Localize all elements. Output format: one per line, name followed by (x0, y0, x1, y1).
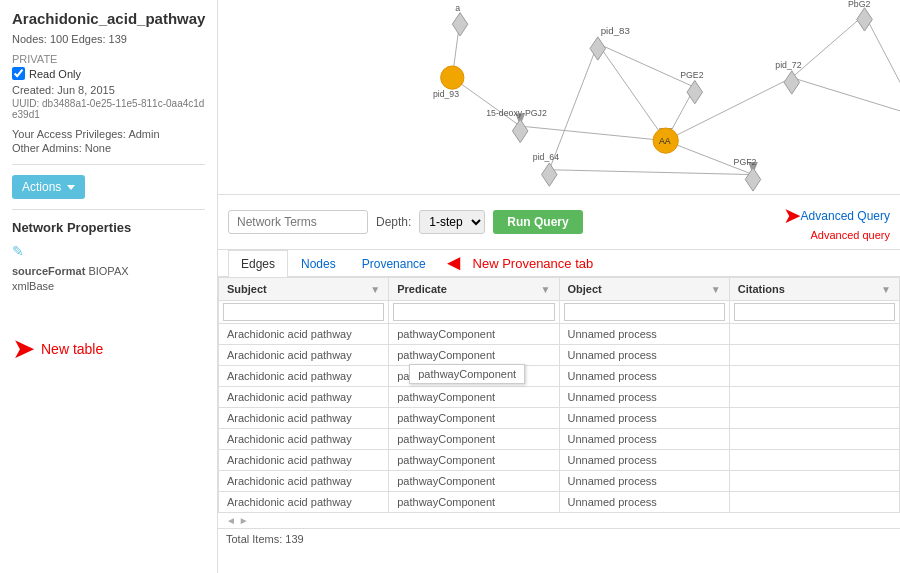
advanced-query-text: Advanced query (811, 229, 891, 241)
page-title: Arachidonic_acid_pathway (12, 10, 205, 27)
svg-text:PGE2: PGE2 (680, 70, 703, 80)
predicate-filter-input[interactable] (393, 303, 554, 321)
table-cell: pathwayComponent (389, 429, 559, 450)
readonly-checkbox-row: Read Only (12, 67, 205, 80)
predicate-sort-icon[interactable]: ▼ (541, 284, 551, 295)
table-cell (729, 387, 899, 408)
table-container[interactable]: Subject ▼ Predicate ▼ Ob (218, 277, 900, 573)
source-format-row: sourceFormat BIOPAX (12, 265, 205, 277)
svg-text:AA: AA (659, 136, 671, 146)
tab-nodes[interactable]: Nodes (288, 250, 349, 277)
table-cell (729, 366, 899, 387)
svg-rect-0 (229, 0, 889, 194)
new-table-annotation: ➤ New table (12, 332, 205, 365)
table-cell (729, 408, 899, 429)
tab-edges[interactable]: Edges (228, 250, 288, 277)
svg-text:a: a (455, 3, 460, 13)
table-row: Arachidonic acid pathwaypathwayComponent… (219, 450, 900, 471)
table-row: Arachidonic acid pathwaypathwayComponent… (219, 324, 900, 345)
readonly-label: Read Only (29, 68, 81, 80)
actions-label: Actions (22, 180, 61, 194)
table-cell: Arachidonic acid pathway (219, 366, 389, 387)
new-table-label: New table (41, 341, 103, 357)
edit-icon[interactable]: ✎ (12, 243, 205, 259)
table-cell: Arachidonic acid pathway (219, 429, 389, 450)
table-cell (729, 492, 899, 513)
caret-icon (67, 185, 75, 190)
svg-text:pid_64: pid_64 (533, 152, 559, 162)
filter-row (219, 301, 900, 324)
svg-text:PbG2: PbG2 (848, 0, 870, 9)
table-body: Arachidonic acid pathwaypathwayComponent… (219, 324, 900, 513)
svg-text:PGF2: PGF2 (734, 157, 757, 167)
scroll-hint: ◄ ► (218, 513, 900, 528)
tooltip-box: pathwayComponent (409, 364, 525, 384)
col-object: Object ▼ (559, 278, 729, 301)
network-terms-input[interactable] (228, 210, 368, 234)
privileges-value: Admin (128, 128, 159, 140)
table-cell: Unnamed process (559, 345, 729, 366)
run-query-button[interactable]: Run Query (493, 210, 582, 234)
advanced-query-link[interactable]: Advanced Query (801, 209, 890, 223)
table-cell: Arachidonic acid pathway (219, 450, 389, 471)
created-label: Created: (12, 84, 54, 96)
object-sort-icon[interactable]: ▼ (711, 284, 721, 295)
svg-text:15-deoxy-PGJ2: 15-deoxy-PGJ2 (486, 108, 547, 118)
table-cell: pathwayComponentpathwayComponent (389, 366, 559, 387)
svg-text:pid_72: pid_72 (775, 60, 801, 70)
table-row: Arachidonic acid pathwaypathwayComponent… (219, 429, 900, 450)
subject-sort-icon[interactable]: ▼ (370, 284, 380, 295)
table-cell (729, 429, 899, 450)
table-cell: Unnamed process (559, 429, 729, 450)
table-cell: Arachidonic acid pathway (219, 324, 389, 345)
table-cell: pathwayComponent (389, 345, 559, 366)
admins-value: None (85, 142, 111, 154)
depth-select[interactable]: 1-step 2-step 3-step (419, 210, 485, 234)
table-row: Arachidonic acid pathwaypathwayComponent… (219, 387, 900, 408)
created-row: Created: Jun 8, 2015 (12, 84, 205, 96)
citations-sort-icon[interactable]: ▼ (881, 284, 891, 295)
table-cell: Arachidonic acid pathway (219, 345, 389, 366)
subject-filter-input[interactable] (223, 303, 384, 321)
table-row: Arachidonic acid pathwaypathwayComponent… (219, 492, 900, 513)
table-cell: Arachidonic acid pathway (219, 492, 389, 513)
table-row: Arachidonic acid pathwaypathwayComponent… (219, 366, 900, 387)
table-cell (729, 345, 899, 366)
col-citations: Citations ▼ (729, 278, 899, 301)
table-row: Arachidonic acid pathwaypathwayComponent… (219, 471, 900, 492)
divider (12, 164, 205, 165)
network-properties-title: Network Properties (12, 220, 205, 235)
object-filter-input[interactable] (564, 303, 725, 321)
query-bar: Depth: 1-step 2-step 3-step Run Query ➤ … (218, 195, 900, 250)
table-cell: Unnamed process (559, 408, 729, 429)
nodes-edges-meta: Nodes: 100 Edges: 139 (12, 33, 205, 45)
new-table-arrow-icon: ➤ (12, 332, 35, 365)
advanced-query-arrow-icon: ➤ (783, 203, 801, 229)
privileges-row: Your Access Privileges: Admin (12, 128, 205, 140)
source-format-label: sourceFormat (12, 265, 85, 277)
advanced-query-area: ➤ Advanced Query Advanced query (783, 203, 890, 241)
tab-provenance[interactable]: Provenance (349, 250, 439, 277)
graph-area: pid_83 pid_93 15-deoxy-PGJ2 PGE2 pid_72 … (218, 0, 900, 195)
actions-button[interactable]: Actions (12, 175, 85, 199)
admins-label: Other Admins: (12, 142, 82, 154)
table-row: Arachidonic acid pathwaypathwayComponent… (219, 408, 900, 429)
table-header-row: Subject ▼ Predicate ▼ Ob (219, 278, 900, 301)
table-cell: pathwayComponent (389, 450, 559, 471)
table-cell: Arachidonic acid pathway (219, 387, 389, 408)
xml-base-row: xmlBase (12, 280, 205, 292)
svg-text:pid_93: pid_93 (433, 89, 459, 99)
new-provenance-text: New Provenance tab (473, 256, 594, 271)
privileges-label: Your Access Privileges: (12, 128, 126, 140)
divider2 (12, 209, 205, 210)
xml-base-label: xmlBase (12, 280, 54, 292)
table-cell: pathwayComponent (389, 408, 559, 429)
table-cell: pathwayComponent (389, 471, 559, 492)
graph-svg: pid_83 pid_93 15-deoxy-PGJ2 PGE2 pid_72 … (218, 0, 900, 194)
svg-point-20 (441, 66, 464, 89)
source-format-value: BIOPAX (88, 265, 128, 277)
main-content: pid_83 pid_93 15-deoxy-PGJ2 PGE2 pid_72 … (218, 0, 900, 573)
readonly-checkbox[interactable] (12, 67, 25, 80)
citations-filter-input[interactable] (734, 303, 895, 321)
table-cell (729, 324, 899, 345)
